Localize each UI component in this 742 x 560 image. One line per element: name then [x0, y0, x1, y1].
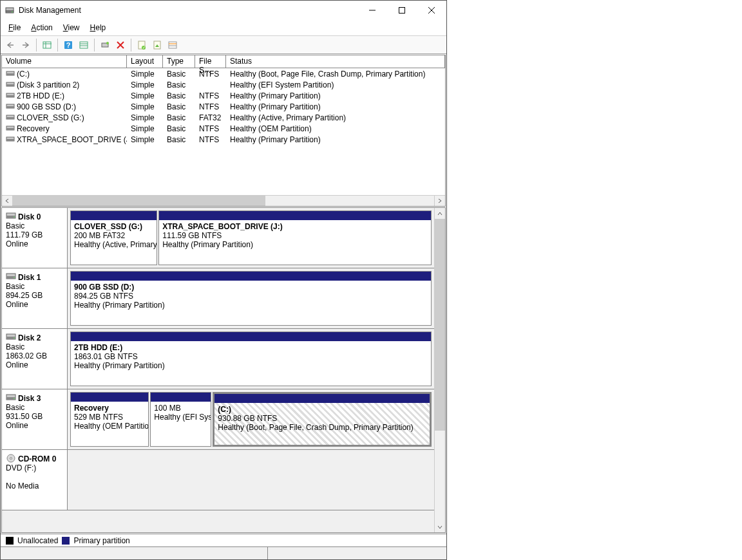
horizontal-scrollbar[interactable]: [2, 195, 445, 206]
disk-label[interactable]: Disk 0Basic111.79 GBOnline: [2, 208, 68, 268]
disk-label[interactable]: Disk 2Basic1863.02 GBOnline: [2, 329, 68, 389]
volume-row[interactable]: RecoverySimpleBasicNTFSHealthy (OEM Part…: [2, 123, 445, 134]
partition-color-bar: [71, 393, 148, 402]
volume-name: Recovery: [17, 124, 50, 133]
scroll-track[interactable]: [435, 219, 445, 521]
partition[interactable]: CLOVER_SSD (G:)200 MB FAT32Healthy (Acti…: [70, 210, 157, 265]
vertical-scrollbar[interactable]: [434, 208, 445, 532]
maximize-button[interactable]: [387, 1, 417, 20]
close-button[interactable]: [417, 1, 446, 20]
disk-type: Basic: [6, 342, 63, 351]
column-header-volume[interactable]: Volume: [2, 55, 127, 68]
partition-container: 2TB HDD (E:)1863.01 GB NTFSHealthy (Prim…: [68, 329, 434, 389]
partition-color-bar: [71, 211, 157, 220]
volume-row[interactable]: (Disk 3 partition 2)SimpleBasicHealthy (…: [2, 79, 445, 90]
scroll-thumb[interactable]: [13, 196, 265, 206]
partition-health: Healthy (Boot, Page File, Crash Dump, Pr…: [218, 423, 426, 432]
disk-label[interactable]: Disk 3Basic931.50 GBOnline: [2, 389, 68, 449]
volume-status: Healthy (Primary Partition): [226, 91, 445, 100]
hdd-icon: [6, 333, 16, 341]
partition-health: Healthy (Primary Partition): [74, 361, 428, 370]
svg-text:✓: ✓: [142, 46, 146, 50]
partition[interactable]: 100 MBHealthy (EFI System Partition): [150, 392, 211, 447]
status-bar: [1, 546, 446, 559]
partition[interactable]: 2TB HDD (E:)1863.01 GB NTFSHealthy (Prim…: [70, 331, 432, 386]
volume-type: Basic: [163, 102, 195, 111]
action-button[interactable]: [150, 38, 164, 52]
partition-name: Recovery: [74, 404, 145, 413]
column-header-status[interactable]: Status: [226, 55, 445, 68]
disk-row: Disk 0Basic111.79 GBOnlineCLOVER_SSD (G:…: [2, 208, 434, 268]
delete-button[interactable]: [113, 38, 128, 52]
menu-view[interactable]: View: [59, 22, 84, 33]
primary-swatch: [62, 537, 70, 545]
drive-icon: [6, 81, 15, 88]
partition[interactable]: (C:)930.88 GB NTFSHealthy (Boot, Page Fi…: [213, 392, 432, 447]
disk-name: Disk 0: [18, 212, 41, 221]
menu-action[interactable]: Action: [27, 22, 56, 33]
scroll-right-button[interactable]: [434, 196, 445, 206]
disk-name: Disk 1: [18, 273, 41, 282]
partition-container: CLOVER_SSD (G:)200 MB FAT32Healthy (Acti…: [68, 208, 434, 268]
menu-file[interactable]: File: [5, 22, 24, 33]
column-header-type[interactable]: Type: [163, 55, 195, 68]
toolbar-separator: [94, 39, 95, 51]
volume-row[interactable]: 900 GB SSD (D:)SimpleBasicNTFSHealthy (P…: [2, 101, 445, 112]
disk-row: Disk 2Basic1863.02 GBOnline2TB HDD (E:)1…: [2, 329, 434, 389]
settings-button[interactable]: [77, 38, 91, 52]
disk-label[interactable]: CD-ROM 0DVD (F:) No Media: [2, 450, 68, 510]
forward-button[interactable]: [19, 38, 33, 52]
volume-list-pane: Volume Layout Type File S... Status (C:)…: [1, 55, 446, 207]
volume-layout: Simple: [127, 135, 163, 144]
back-button[interactable]: [3, 38, 17, 52]
disk-state: Online: [6, 421, 63, 430]
scroll-thumb[interactable]: [435, 219, 445, 431]
scroll-up-button[interactable]: [435, 208, 445, 219]
show-hide-tree-button[interactable]: [40, 38, 54, 52]
menu-bar: File Action View Help: [1, 20, 446, 36]
volume-row[interactable]: XTRA_SPACE_BOOT_DRIVE (J:)SimpleBasicNTF…: [2, 134, 445, 145]
partition-info: 930.88 GB NTFS: [218, 414, 426, 423]
properties-button[interactable]: ✓: [135, 38, 149, 52]
disk-type: Basic: [6, 221, 63, 230]
status-segment: [1, 547, 268, 559]
svg-rect-27: [6, 73, 14, 75]
svg-point-42: [14, 216, 15, 218]
volume-status: Healthy (Boot, Page File, Crash Dump, Pr…: [226, 70, 445, 79]
toolbar-separator: [131, 39, 131, 51]
refresh-button[interactable]: [98, 38, 112, 52]
scroll-track[interactable]: [13, 196, 434, 206]
volume-layout: Simple: [127, 102, 163, 111]
column-header-layout[interactable]: Layout: [127, 55, 163, 68]
disk-management-window: Disk Management File Action View Help: [0, 0, 447, 560]
svg-rect-39: [6, 139, 14, 141]
legend-unallocated: Unallocated: [17, 536, 58, 545]
disk-name: Disk 3: [18, 394, 41, 403]
svg-point-2: [12, 12, 13, 13]
partition-color-bar: [71, 332, 431, 341]
partition-color-bar: [151, 393, 211, 402]
volume-type: Basic: [163, 113, 195, 122]
help-button[interactable]: ?: [61, 38, 75, 52]
partition[interactable]: XTRA_SPACE_BOOT_DRIVE (J:)111.59 GB NTFS…: [158, 210, 432, 265]
disk-type: DVD (F:): [6, 463, 63, 472]
minimize-button[interactable]: [357, 1, 387, 20]
partition[interactable]: 900 GB SSD (D:)894.25 GB NTFSHealthy (Pr…: [70, 271, 432, 326]
scroll-down-button[interactable]: [435, 521, 445, 532]
disk-label[interactable]: Disk 1Basic894.25 GBOnline: [2, 268, 68, 328]
volume-row[interactable]: (C:)SimpleBasicNTFSHealthy (Boot, Page F…: [2, 68, 445, 79]
volume-row[interactable]: CLOVER_SSD (G:)SimpleBasicFAT32Healthy (…: [2, 112, 445, 123]
disk-state: Online: [6, 360, 63, 369]
scroll-left-button[interactable]: [2, 196, 13, 206]
menu-help[interactable]: Help: [86, 22, 110, 33]
list-button[interactable]: [166, 38, 180, 52]
partition[interactable]: Recovery529 MB NTFSHealthy (OEM Partitio…: [70, 392, 149, 447]
hdd-icon: [6, 393, 16, 401]
column-header-filesystem[interactable]: File S...: [195, 55, 226, 68]
volume-layout: Simple: [127, 113, 163, 122]
volume-row[interactable]: 2TB HDD (E:)SimpleBasicNTFSHealthy (Prim…: [2, 90, 445, 101]
partition-name: XTRA_SPACE_BOOT_DRIVE (J:): [162, 222, 428, 231]
hdd-icon: [6, 272, 16, 280]
volume-list-header: Volume Layout Type File S... Status: [2, 55, 445, 68]
volume-layout: Simple: [127, 124, 163, 133]
